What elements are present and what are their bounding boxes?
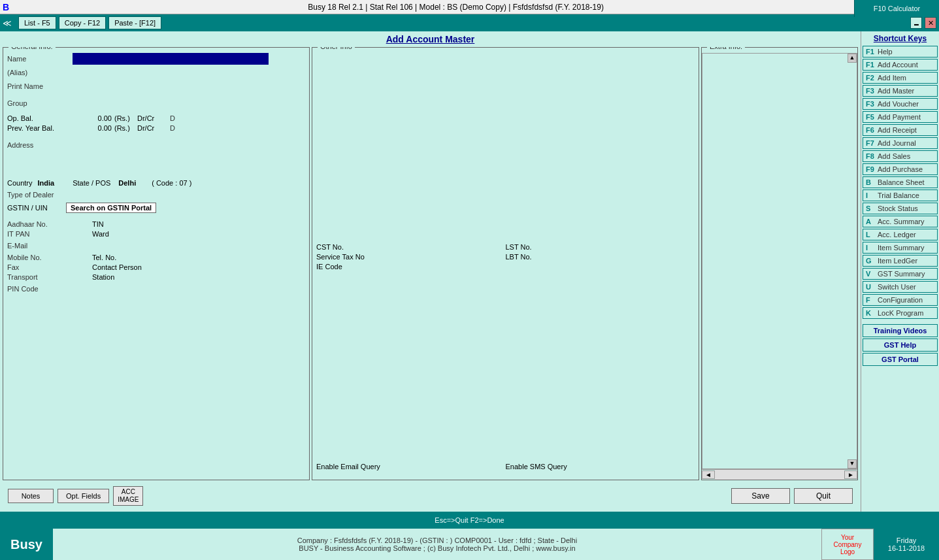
other-section-label: Other Info [318,47,355,50]
sidebar-label-1: Add Account [878,61,918,69]
sidebar-label-19: ConFiguration [878,296,923,304]
email-row: E-Mail [7,240,305,252]
name-row: Name [7,53,305,65]
sidebar-special-btn-2[interactable]: GST Portal [863,353,938,366]
sidebar-special-btn-0[interactable]: Training Videos [863,324,938,337]
service-tax-label: Service Tax No [316,253,382,261]
acc-image-line1: ACC [118,488,139,496]
sidebar: Shortcut Keys F1HelpF1Add AccountF2Add I… [861,31,939,512]
sidebar-btn-7[interactable]: F7Add Journal [863,137,938,149]
sidebar-key-13: A [866,218,876,225]
sidebar-btn-8[interactable]: F8Add Sales [863,150,938,162]
list-button[interactable]: List - F5 [18,16,56,29]
footer-date: Friday 16-11-2018 [874,529,939,560]
sidebar-label-4: Add Voucher [878,100,919,108]
sidebar-btn-1[interactable]: F1Add Account [863,59,938,71]
sidebar-btn-2[interactable]: F2Add Item [863,72,938,84]
country-state-row: Country India State / POS Delhi ( Code :… [7,179,305,187]
form-title: Add Account Master [3,34,858,44]
sidebar-btn-11[interactable]: ITrial Balance [863,189,938,201]
toolbar-close-button[interactable]: ✕ [925,17,936,29]
opt-fields-button[interactable]: Opt. Fields [58,489,109,503]
sms-query-label: Enable SMS Query [506,463,571,470]
sidebar-label-9: Add Purchase [878,165,923,173]
sidebar-btn-15[interactable]: IItem Summary [863,242,938,254]
ward-label: Ward [92,230,138,238]
footer-company-info: Company : Fsfdsfdsfs (F.Y. 2018-19) - (G… [53,529,821,560]
sidebar-btn-14[interactable]: LAcc. Ledger [863,229,938,240]
sidebar-label-18: Switch User [878,283,916,291]
gstin-search-button[interactable]: Search on GSTIN Portal [66,203,156,213]
scroll-up-button[interactable]: ▲ [848,54,857,63]
pin-row: PIN Code [7,283,305,295]
notes-button[interactable]: Notes [8,489,54,503]
sidebar-label-15: Item Summary [878,244,925,252]
state-value: Delhi [118,179,136,187]
sidebar-key-10: B [866,178,876,186]
prev-bal-rs: (Rs.) [114,124,137,132]
sidebar-btn-13[interactable]: AAcc. Summary [863,216,938,227]
sidebar-key-16: G [866,257,876,265]
address-label: Address [7,141,73,149]
extra-info-panel: Extra Info. ▲ ▼ ◄ ► [701,47,858,480]
footer-day: Friday [897,536,917,544]
sidebar-label-3: Add Master [878,87,914,95]
extra-nav-right[interactable]: ► [844,470,857,479]
sidebar-btn-20[interactable]: KLocK Program [863,307,938,319]
sidebar-btn-6[interactable]: F6Add Receipt [863,124,938,136]
sidebar-title: Shortcut Keys [863,33,938,44]
contact-label: Contact Person [92,263,142,271]
sidebar-btn-17[interactable]: VGST Summary [863,268,938,280]
title-bar: B Busy 18 Rel 2.1 | Stat Rel 106 | Model… [0,0,939,14]
sidebar-btn-16[interactable]: GItem LedGer [863,255,938,267]
form-area: Add Account Master General Info. Name (A… [0,31,861,512]
sidebar-label-20: LocK Program [878,309,923,317]
sidebar-special-btn-1[interactable]: GST Help [863,338,938,352]
station-label: Station [92,273,138,281]
sidebar-btn-4[interactable]: F3Add Voucher [863,98,938,110]
sidebar-btn-3[interactable]: F3Add Master [863,85,938,97]
alias-row: (Alias) [7,67,305,78]
extra-scroll-area[interactable]: ▲ ▼ [702,53,857,469]
general-info-panel: General Info. Name (Alias) Print Name Gr… [3,47,310,480]
sidebar-label-5: Add Payment [878,113,921,121]
itpan-ward-row: IT PAN Ward [7,230,305,238]
sidebar-label-2: Add Item [878,74,906,82]
sidebar-key-5: F5 [866,113,876,121]
country-value: India [38,179,55,187]
ie-row: IE Code [316,263,695,271]
sidebar-buttons: F1HelpF1Add AccountF2Add ItemF3Add Maste… [863,46,938,320]
country-label: Country [7,179,33,187]
station-pair: Station [92,273,138,281]
sidebar-key-19: F [866,296,876,304]
copy-button[interactable]: Copy - F12 [59,16,106,29]
print-name-row: Print Name [7,80,305,92]
sidebar-btn-10[interactable]: BBalance Sheet [863,176,938,188]
sidebar-special-buttons: Training VideosGST HelpGST Portal [863,324,938,367]
paste-button[interactable]: Paste - [F12] [108,16,161,29]
op-bal-rs: (Rs.) [114,114,137,122]
acc-image-button[interactable]: ACC IMAGE [113,486,143,506]
extra-nav-left[interactable]: ◄ [702,470,715,479]
name-input[interactable] [73,53,269,65]
toolbar-minimize-button[interactable]: 🗕 [910,17,922,29]
status-text: Esc=>Quit F2=>Done [435,516,504,524]
sidebar-btn-9[interactable]: F9Add Purchase [863,163,938,175]
scroll-down-button[interactable]: ▼ [848,459,857,469]
prev-bal-row: Prev. Year Bal. 0.00 (Rs.) Dr/Cr D [7,124,305,132]
company-line1: Company : Fsfdsfdsfs (F.Y. 2018-19) - (G… [297,536,577,544]
name-label: Name [7,55,73,63]
quit-button[interactable]: Quit [794,488,853,504]
prev-bal-d: D [170,124,189,132]
other-info-panel: Other Info CST No. LST No. Service Tax N… [312,47,699,480]
form-sections: General Info. Name (Alias) Print Name Gr… [3,47,858,480]
sidebar-btn-12[interactable]: SStock Status [863,203,938,214]
save-button[interactable]: Save [731,488,790,504]
email-query-label: Enable Email Query [316,463,382,470]
sidebar-btn-5[interactable]: F5Add Payment [863,111,938,123]
sidebar-label-11: Trial Balance [878,191,919,199]
sidebar-btn-18[interactable]: USwitch User [863,281,938,293]
sidebar-btn-19[interactable]: FConFiguration [863,294,938,306]
sidebar-btn-0[interactable]: F1Help [863,46,938,58]
mobile-tel-row: Mobile No. Tel. No. [7,254,305,261]
